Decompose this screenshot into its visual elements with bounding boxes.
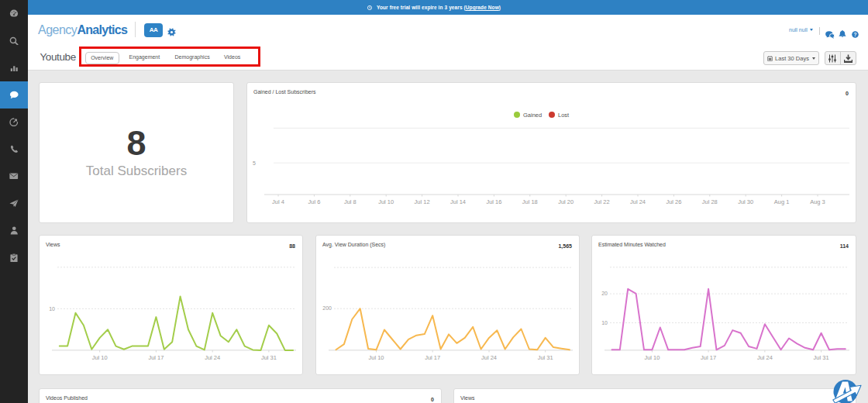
svg-text:Jul 17: Jul 17 [148,354,164,361]
svg-text:Jul 8: Jul 8 [344,198,356,205]
svg-text:Jul 31: Jul 31 [814,354,829,361]
svg-text:Jul 22: Jul 22 [594,198,610,205]
svg-text:Jul 26: Jul 26 [666,198,681,205]
svg-text:Jul 17: Jul 17 [701,354,716,361]
svg-text:Jul 10: Jul 10 [644,354,660,361]
svg-text:Jul 24: Jul 24 [481,354,497,361]
svg-text:10: 10 [49,306,55,312]
svg-text:Jul 24: Jul 24 [630,198,646,205]
svg-text:Aug 3: Aug 3 [810,198,825,205]
svg-text:Jul 24: Jul 24 [757,354,773,361]
svg-text:Jul 31: Jul 31 [261,354,277,361]
svg-text:Jul 30: Jul 30 [738,198,753,205]
svg-text:5: 5 [253,160,256,166]
svg-text:Jul 14: Jul 14 [450,198,466,205]
svg-text:Jul 17: Jul 17 [425,354,440,361]
svg-text:?: ? [853,32,856,37]
svg-text:Jul 28: Jul 28 [702,198,718,205]
svg-text:Jul 18: Jul 18 [522,198,538,205]
svg-text:Jul 24: Jul 24 [205,354,220,361]
svg-text:200: 200 [322,305,332,311]
svg-text:Jul 4: Jul 4 [272,198,284,205]
svg-text:Jul 10: Jul 10 [92,354,108,361]
svg-text:Jul 20: Jul 20 [558,198,574,205]
svg-text:20: 20 [601,291,608,296]
svg-text:Jul 10: Jul 10 [378,198,394,205]
svg-text:Jul 10: Jul 10 [368,354,384,361]
svg-text:Jul 16: Jul 16 [486,198,501,205]
svg-text:10: 10 [601,320,608,326]
svg-text:Jul 31: Jul 31 [538,354,553,361]
svg-text:Aug 1: Aug 1 [774,198,790,205]
svg-text:Jul 6: Jul 6 [308,198,320,205]
svg-text:Jul 12: Jul 12 [415,198,430,205]
